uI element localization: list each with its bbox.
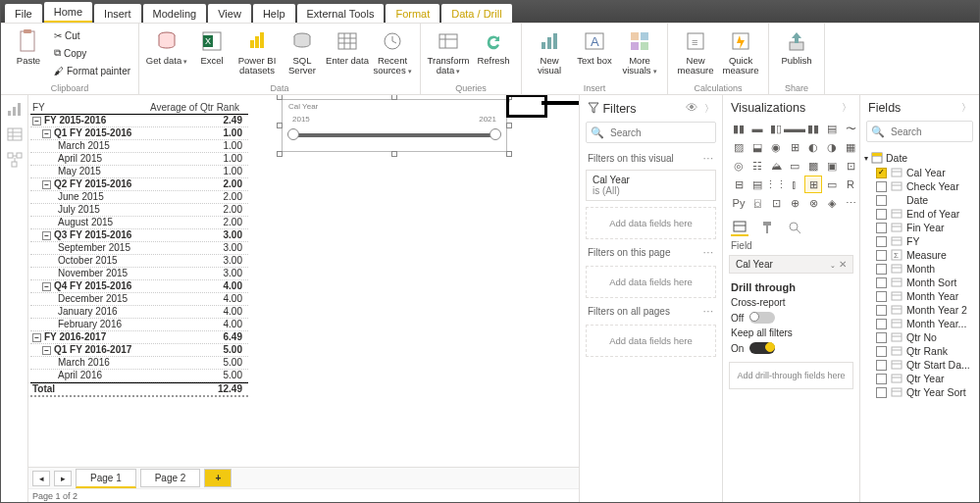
matrix-row[interactable]: −Q3 FY 2015-20163.00 [30, 229, 248, 242]
field-checkbox[interactable] [876, 374, 887, 384]
filter-drop-all[interactable]: Add data fields here [586, 325, 716, 357]
slicer-thumb-min[interactable] [287, 128, 299, 140]
analytics-tab-icon[interactable] [786, 219, 803, 236]
expand-icon[interactable]: − [42, 282, 51, 291]
field-item[interactable]: Month Year... [864, 317, 975, 330]
viz-type-icon[interactable]: ◉ [768, 139, 784, 155]
matrix-row[interactable]: February 20164.00 [30, 319, 248, 331]
more-icon[interactable]: ··· [703, 247, 714, 258]
add-page-button[interactable]: + [204, 469, 232, 487]
filter-search[interactable]: 🔍 [586, 122, 716, 143]
viz-type-icon[interactable]: ▨ [731, 139, 747, 155]
viz-type-icon[interactable]: ⊕ [787, 195, 802, 211]
viz-type-icon[interactable]: ⋯ [843, 195, 858, 211]
field-checkbox[interactable] [876, 346, 887, 357]
field-item[interactable]: ΣMeasure [864, 248, 975, 262]
text-box-button[interactable]: AText box [573, 25, 616, 66]
expand-icon[interactable]: − [42, 180, 51, 189]
matrix-visual[interactable]: FYAverage of Qtr Rank −FY 2015-20162.49−… [30, 101, 248, 397]
viz-type-icon[interactable]: Py [731, 195, 747, 211]
menu-help[interactable]: Help [253, 4, 295, 23]
pbi-datasets-button[interactable]: Power BI datasets [235, 25, 279, 75]
field-checkbox[interactable] [876, 305, 887, 316]
viz-type-icon[interactable]: ⊡ [843, 158, 858, 174]
viz-type-icon[interactable]: ◑ [824, 139, 840, 155]
publish-button[interactable]: Publish [775, 25, 818, 66]
field-item[interactable]: Month [864, 262, 975, 276]
viz-type-icon[interactable]: ⊡ [768, 195, 784, 211]
matrix-row[interactable]: January 20164.00 [30, 306, 248, 319]
matrix-row[interactable]: August 20152.00 [30, 217, 248, 229]
more-visuals-button[interactable]: More visuals▾ [618, 25, 661, 76]
remove-field-icon[interactable]: ✕ [839, 259, 847, 270]
field-checkbox[interactable] [876, 291, 887, 302]
report-canvas[interactable]: ▿ FYAverage of Qtr Rank −FY 2015-20162.4… [28, 95, 579, 467]
matrix-row[interactable]: March 20165.00 [30, 357, 248, 370]
expand-icon[interactable]: − [42, 346, 51, 355]
viz-type-icon[interactable]: ⛰ [768, 158, 784, 174]
viz-type-icon[interactable]: ▤ [824, 121, 840, 136]
copy-button[interactable]: ⧉Copy [54, 45, 130, 61]
matrix-row[interactable]: −FY 2016-20176.49 [30, 331, 248, 344]
enter-data-button[interactable]: Enter data [326, 25, 369, 66]
viz-type-icon[interactable]: ▭ [824, 176, 840, 192]
menu-view[interactable]: View [208, 4, 251, 23]
field-item[interactable]: Fin Year [864, 221, 975, 234]
viz-type-icon[interactable]: ⋮⋮ [768, 176, 784, 192]
matrix-row[interactable]: April 20165.00 [30, 370, 248, 382]
matrix-row[interactable]: October 20153.00 [30, 255, 248, 268]
field-item[interactable]: Date [864, 193, 975, 207]
field-item[interactable]: Qtr Year Sort [864, 385, 975, 399]
matrix-row[interactable]: April 20151.00 [30, 153, 248, 166]
menu-home[interactable]: Home [44, 2, 92, 23]
field-checkbox[interactable] [876, 264, 887, 275]
matrix-row[interactable]: March 20151.00 [30, 140, 248, 153]
field-item[interactable]: Qtr No [864, 330, 975, 344]
viz-type-icon[interactable]: ▭ [787, 158, 802, 174]
field-checkbox[interactable] [876, 250, 887, 261]
collapse-icon[interactable]: 〉 [842, 101, 851, 115]
matrix-row[interactable]: June 20152.00 [30, 191, 248, 204]
drill-through-drop[interactable]: Add drill-through fields here [729, 362, 853, 389]
more-icon[interactable]: ··· [703, 153, 714, 164]
viz-type-icon[interactable]: ▬▬ [787, 121, 802, 136]
viz-type-icon[interactable]: ⬓ [749, 139, 765, 155]
viz-type-icon[interactable]: ▩ [805, 158, 821, 174]
fields-search[interactable]: 🔍 [866, 121, 973, 142]
model-view-icon[interactable] [7, 152, 23, 168]
field-checkbox[interactable] [876, 168, 887, 178]
fields-search-input[interactable] [889, 126, 979, 138]
menu-insert[interactable]: Insert [94, 4, 141, 23]
expand-icon[interactable]: − [42, 231, 51, 240]
field-checkbox[interactable] [876, 181, 887, 192]
filter-drop-visual[interactable]: Add data fields here [586, 207, 716, 239]
field-checkbox[interactable] [876, 387, 887, 398]
table-node[interactable]: ▾Date [864, 150, 975, 166]
page-tab-1[interactable]: Page 1 [76, 469, 136, 488]
field-item[interactable]: FY [864, 234, 975, 248]
collapse-icon[interactable]: 〉 [704, 103, 714, 114]
field-checkbox[interactable] [876, 319, 887, 329]
field-item[interactable]: End of Year [864, 207, 975, 221]
page-tab-2[interactable]: Page 2 [140, 469, 201, 487]
menu-format[interactable]: Format [386, 4, 439, 23]
filter-search-input[interactable] [608, 126, 737, 139]
field-well-item[interactable]: Cal Year⌄ ✕ [729, 255, 853, 274]
field-checkbox[interactable] [876, 195, 887, 206]
eye-icon[interactable]: 👁 [686, 101, 698, 115]
transform-data-button[interactable]: Transform data▾ [427, 25, 470, 76]
expand-icon[interactable]: − [32, 117, 41, 126]
viz-type-icon[interactable]: ⌼ [749, 195, 765, 211]
field-item[interactable]: Month Sort [864, 276, 975, 289]
viz-type-icon[interactable]: ◈ [824, 195, 840, 211]
get-data-button[interactable]: Get data▾ [145, 25, 188, 67]
viz-type-icon[interactable]: ◎ [731, 158, 747, 174]
page-prev[interactable]: ◂ [32, 471, 50, 486]
viz-type-icon[interactable]: ⊞ [805, 176, 821, 192]
viz-type-icon[interactable]: R [843, 176, 858, 192]
field-checkbox[interactable] [876, 236, 887, 247]
field-checkbox[interactable] [876, 223, 887, 233]
matrix-row[interactable]: −Q2 FY 2015-20162.00 [30, 178, 248, 191]
matrix-row[interactable]: May 20151.00 [30, 166, 248, 178]
menu-data-drill[interactable]: Data / Drill [441, 4, 511, 23]
